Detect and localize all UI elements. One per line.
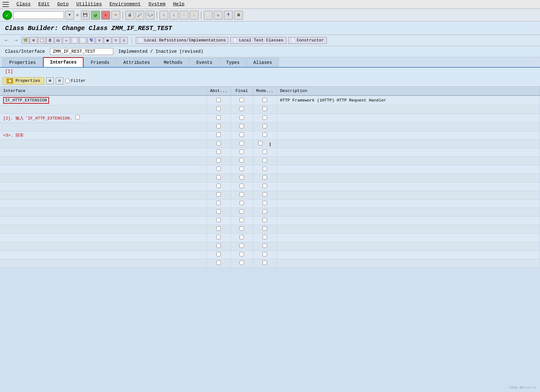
mode-checkbox-10[interactable] — [263, 184, 267, 188]
action-btn-9[interactable]: 🏗 — [87, 37, 95, 44]
mode-checkbox-8[interactable] — [263, 167, 267, 171]
abst-checkbox-9[interactable] — [216, 175, 221, 180]
final-checkbox-19[interactable] — [239, 260, 244, 265]
final-checkbox-4[interactable] — [239, 132, 244, 137]
abst-cell-4[interactable] — [207, 131, 231, 140]
final-cell-7[interactable] — [231, 157, 253, 165]
mode-checkbox-4[interactable] — [263, 132, 267, 137]
local-def-btn[interactable]: 📄 Local Definitions/Implementations — [136, 37, 228, 44]
mode-cell-2[interactable] — [253, 114, 277, 123]
final-cell-14[interactable] — [231, 217, 253, 225]
final-checkbox-9[interactable] — [239, 175, 244, 180]
abst-cell-17[interactable] — [207, 242, 231, 251]
final-cell-19[interactable] — [231, 259, 253, 268]
abst-cell-19[interactable] — [207, 259, 231, 268]
tab-events[interactable]: Events — [190, 58, 219, 67]
final-checkbox-16[interactable] — [239, 235, 244, 239]
mode-checkbox-14[interactable] — [263, 218, 267, 222]
abst-checkbox-3[interactable] — [216, 124, 221, 128]
menu-item-edit[interactable]: Edit — [37, 1, 51, 8]
local-test-btn[interactable]: 📄 Local Test Classes — [230, 37, 286, 44]
mode-cell-17[interactable] — [253, 242, 277, 251]
final-checkbox-7[interactable] — [239, 158, 244, 162]
properties-btn[interactable]: 📋 Properties — [3, 77, 44, 85]
abst-cell-16[interactable] — [207, 234, 231, 242]
final-cell-2[interactable] — [231, 114, 253, 123]
abst-checkbox-11[interactable] — [216, 192, 221, 197]
final-checkbox-12[interactable] — [239, 201, 244, 205]
back-nav-btn[interactable]: ⬅ — [111, 11, 120, 20]
action-btn-11[interactable]: ▣ — [104, 37, 111, 44]
abst-cell-8[interactable] — [207, 165, 231, 174]
mode-cell-10[interactable] — [253, 182, 277, 191]
back-btn[interactable]: ← — [3, 37, 10, 44]
abst-checkbox-15[interactable] — [216, 226, 221, 231]
menu-item-goto[interactable]: Goto — [56, 1, 70, 8]
mode-checkbox-19[interactable] — [263, 260, 267, 265]
final-checkbox-17[interactable] — [239, 243, 244, 248]
mode-cell-14[interactable] — [253, 217, 277, 225]
final-cell-9[interactable] — [231, 174, 253, 182]
abst-cell-9[interactable] — [207, 174, 231, 182]
mode-checkbox-15[interactable] — [263, 226, 267, 231]
mode-cell-18[interactable] — [253, 251, 277, 259]
final-cell-8[interactable] — [231, 165, 253, 174]
expand-btn[interactable]: ⊞ — [46, 77, 54, 84]
info-btn[interactable]: i — [120, 37, 128, 44]
mode-cell-16[interactable] — [253, 234, 277, 242]
mode-cell-6[interactable] — [253, 148, 277, 157]
refresh-btn[interactable]: ↺ — [91, 11, 100, 20]
mode-checkbox-16[interactable] — [263, 235, 267, 239]
mode-checkbox-13[interactable] — [263, 209, 267, 214]
final-cell-11[interactable] — [231, 191, 253, 199]
mode-checkbox-7[interactable] — [263, 158, 267, 162]
mode-checkbox-11[interactable] — [263, 192, 267, 197]
action-btn-3[interactable]: 📋 — [38, 37, 46, 44]
final-cell-10[interactable] — [231, 182, 253, 191]
abst-checkbox-8[interactable] — [216, 167, 221, 171]
menu-item-environment[interactable]: Environment — [108, 1, 142, 8]
final-checkbox-8[interactable] — [239, 167, 244, 171]
nav3-btn[interactable]: ↑ — [180, 11, 189, 20]
abst-checkbox-4[interactable] — [216, 132, 221, 137]
mode-checkbox-0[interactable] — [263, 98, 267, 102]
final-cell-0[interactable] — [231, 95, 253, 105]
abst-cell-2[interactable] — [207, 114, 231, 123]
mode-cell-19[interactable] — [253, 259, 277, 268]
find-btn[interactable]: 🔎 — [135, 11, 144, 20]
tab-aliases[interactable]: Aliases — [247, 58, 279, 67]
abst-cell-14[interactable] — [207, 217, 231, 225]
nav4-btn[interactable]: ↓ — [190, 11, 199, 20]
abst-cell-6[interactable] — [207, 148, 231, 157]
final-checkbox-15[interactable] — [239, 226, 244, 231]
class-interface-input[interactable] — [50, 48, 113, 55]
action-btn-7[interactable]: 📄 — [71, 37, 78, 44]
final-checkbox-1[interactable] — [239, 107, 244, 111]
final-cell-15[interactable] — [231, 225, 253, 234]
mode-cell-4[interactable] — [253, 131, 277, 140]
mode-checkbox-1[interactable] — [263, 107, 267, 111]
tab-friends[interactable]: Friends — [84, 58, 116, 67]
mode-cell-5[interactable]: | — [253, 140, 277, 148]
action-btn-5[interactable]: 🗂 — [54, 37, 62, 44]
final-checkbox-11[interactable] — [239, 192, 244, 197]
mode-cell-11[interactable] — [253, 191, 277, 199]
window1-btn[interactable]: ⬜ — [204, 11, 213, 20]
tab-properties[interactable]: Properties — [3, 58, 42, 67]
final-cell-13[interactable] — [231, 208, 253, 217]
action-btn-10[interactable]: ≡ — [96, 37, 103, 44]
tab-attributes[interactable]: Attributes — [117, 58, 157, 67]
abst-checkbox-7[interactable] — [216, 158, 221, 162]
final-checkbox-18[interactable] — [239, 252, 244, 256]
action-btn-6[interactable]: ✏ — [63, 37, 70, 44]
mode-checkbox-2[interactable] — [263, 115, 267, 120]
abst-checkbox-18[interactable] — [216, 252, 221, 256]
dropdown-btn[interactable]: ▼ — [65, 11, 74, 20]
action-btn-8[interactable]: 📄 — [79, 37, 87, 44]
mode-checkbox-17[interactable] — [263, 243, 267, 248]
abst-cell-7[interactable] — [207, 157, 231, 165]
abst-checkbox-14[interactable] — [216, 218, 221, 222]
final-cell-1[interactable] — [231, 105, 253, 114]
abst-cell-5[interactable] — [207, 140, 231, 148]
final-cell-12[interactable] — [231, 199, 253, 208]
